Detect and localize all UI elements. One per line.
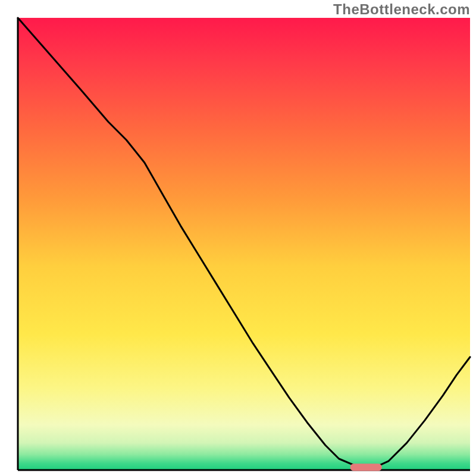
optimal-marker bbox=[350, 464, 382, 471]
chart-stage: TheBottleneck.com bbox=[0, 0, 476, 476]
plot-background bbox=[18, 18, 470, 470]
bottleneck-chart bbox=[0, 0, 476, 476]
